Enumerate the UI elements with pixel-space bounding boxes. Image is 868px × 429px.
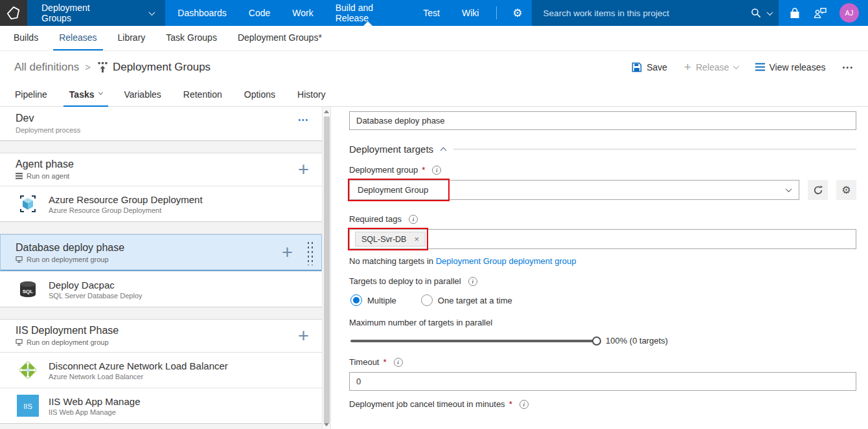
view-releases-button[interactable]: View releases [755, 62, 826, 72]
process-more-button[interactable]: ••• [298, 113, 309, 124]
tab-pipeline[interactable]: Pipeline [9, 89, 53, 107]
definition-header: All definitions > Deployment Groups S [0, 51, 868, 83]
admin-gear-icon[interactable]: ⚙ [503, 6, 531, 20]
task-deploy-dacpac[interactable]: SQL Deploy Dacpac SQL Server Database De… [0, 272, 322, 307]
add-task-button[interactable]: + [294, 162, 313, 177]
save-button[interactable]: Save [632, 62, 667, 72]
deployment-group-machine-icon [16, 256, 23, 263]
hub-deployment-groups[interactable]: Deployment Groups* [232, 26, 328, 50]
project-context-menu[interactable]: Deployment Groups [27, 0, 165, 26]
collapse-chevron-icon[interactable] [440, 148, 447, 154]
nav-dashboards[interactable]: Dashboards [166, 0, 238, 26]
scroll-down-icon[interactable] [324, 423, 329, 426]
radio-one-target[interactable]: One target at a time [421, 294, 512, 306]
required-tags-label-row: Required tags i [349, 214, 856, 224]
slider-value: 100% (0 targets) [606, 336, 668, 346]
deployment-process-card[interactable]: Dev Deployment process ••• [0, 107, 322, 141]
release-button[interactable]: + Release [684, 62, 738, 72]
marketplace-bag-icon[interactable] [789, 8, 801, 19]
tab-history[interactable]: History [291, 89, 332, 107]
manage-gear-button[interactable]: ⚙ [836, 180, 856, 200]
content-area: Dev Deployment process ••• Agent phase R… [0, 107, 868, 429]
nav-test[interactable]: Test [412, 0, 451, 26]
avatar[interactable]: AJ [839, 3, 859, 23]
add-task-button[interactable]: + [294, 328, 313, 344]
deployment-group-row: Deployment Group ⚙ [349, 180, 856, 200]
phase-group: Agent phase Run on agent + [0, 153, 322, 222]
sql-database-icon: SQL [16, 278, 40, 301]
section-divider [453, 149, 856, 149]
process-subtitle: Deployment process [16, 126, 80, 134]
hub-releases[interactable]: Releases [53, 26, 102, 50]
nav-wiki[interactable]: Wiki [451, 0, 490, 26]
phase-database-deploy[interactable]: Database deploy phase Run on deployment … [0, 234, 322, 272]
nav-build-and-release[interactable]: Build and Release [325, 0, 413, 26]
deployment-group-label-row: Deployment group * i [349, 165, 856, 175]
app-window: Deployment Groups Dashboards Code Work B… [0, 0, 868, 429]
task-iis-web-app-manage[interactable]: IIS IIS Web App Manage IIS Web App Manag… [0, 388, 322, 423]
hub-builds[interactable]: Builds [8, 26, 44, 50]
info-icon[interactable]: i [432, 166, 441, 175]
scrollbar-thumb[interactable] [324, 116, 330, 423]
context-menu-label: Deployment Groups [41, 3, 120, 23]
nav-divider [496, 6, 497, 19]
info-icon[interactable]: i [409, 215, 418, 224]
required-tags-input[interactable]: SQL-Svr-DB × [349, 229, 856, 249]
nav-code[interactable]: Code [238, 0, 281, 26]
refresh-icon [813, 185, 823, 195]
phase-agent-phase[interactable]: Agent phase Run on agent + [0, 153, 322, 186]
search-box [532, 0, 779, 26]
deployment-targets-section-header: Deployment targets [349, 144, 856, 155]
info-icon[interactable]: i [394, 358, 403, 367]
slider-handle[interactable] [592, 336, 601, 346]
breadcrumb-separator: > [85, 61, 91, 72]
feedback-icon[interactable] [814, 8, 827, 18]
hub-library[interactable]: Library [112, 26, 152, 50]
nav-work[interactable]: Work [281, 0, 324, 26]
tab-options[interactable]: Options [238, 89, 281, 107]
list-icon [755, 63, 765, 71]
tag-chip[interactable]: SQL-Svr-DB × [355, 232, 426, 247]
more-actions-button[interactable]: ••• [842, 63, 854, 71]
tasks-chevron-icon [98, 91, 102, 95]
task-azure-resource-group-deployment[interactable]: Azure Resource Group Deployment Azure Re… [0, 186, 322, 221]
required-mark: * [422, 165, 425, 175]
tab-variables[interactable]: Variables [119, 89, 167, 107]
parallel-label-row: Targets to deploy to in parallel i [349, 276, 856, 286]
pipeline-scrollbar[interactable] [322, 107, 330, 429]
timeout-input[interactable] [349, 372, 856, 391]
vsts-logo-icon [6, 6, 21, 20]
dropdown-chevron-icon [786, 186, 792, 192]
cancel-timeout-label-row: Deployment job cancel timeout in minutes… [349, 399, 856, 409]
svg-text:IIS: IIS [23, 402, 32, 410]
radio-multiple[interactable]: Multiple [350, 294, 396, 306]
deployment-group-link[interactable]: Deployment Group deployment group [436, 256, 577, 266]
refresh-button[interactable] [808, 180, 828, 200]
azure-resource-group-icon [16, 192, 40, 215]
deployment-group-dropdown[interactable]: Deployment Group [349, 180, 799, 200]
scroll-up-icon[interactable] [324, 110, 329, 113]
drag-handle[interactable] [306, 239, 313, 265]
search-scope-chevron-icon[interactable] [767, 9, 773, 16]
slider-track[interactable] [350, 340, 594, 342]
phase-name-input[interactable] [349, 111, 856, 130]
info-icon[interactable]: i [520, 400, 529, 409]
svg-text:SQL: SQL [23, 289, 34, 294]
add-task-button[interactable]: + [278, 245, 297, 260]
breadcrumb-all-definitions[interactable]: All definitions [14, 61, 79, 74]
tab-retention[interactable]: Retention [177, 89, 228, 107]
tab-tasks[interactable]: Tasks [63, 89, 108, 107]
search-icon[interactable] [751, 8, 761, 18]
search-input[interactable] [542, 8, 744, 19]
required-mark: * [383, 357, 386, 367]
phase-iis-deployment[interactable]: IIS Deployment Phase Run on deployment g… [0, 320, 322, 353]
deployment-group-machine-icon [16, 339, 23, 346]
remove-tag-icon[interactable]: × [414, 234, 419, 244]
phase-group: Database deploy phase Run on deployment … [0, 234, 322, 307]
info-icon[interactable]: i [468, 277, 477, 286]
hub-navigation: Builds Releases Library Task Groups Depl… [0, 26, 868, 51]
vsts-logo[interactable] [0, 0, 27, 26]
hub-task-groups[interactable]: Task Groups [160, 26, 223, 50]
task-disconnect-load-balancer[interactable]: Disconnect Azure Network Load Balancer A… [0, 353, 322, 388]
iis-icon: IIS [16, 394, 40, 417]
